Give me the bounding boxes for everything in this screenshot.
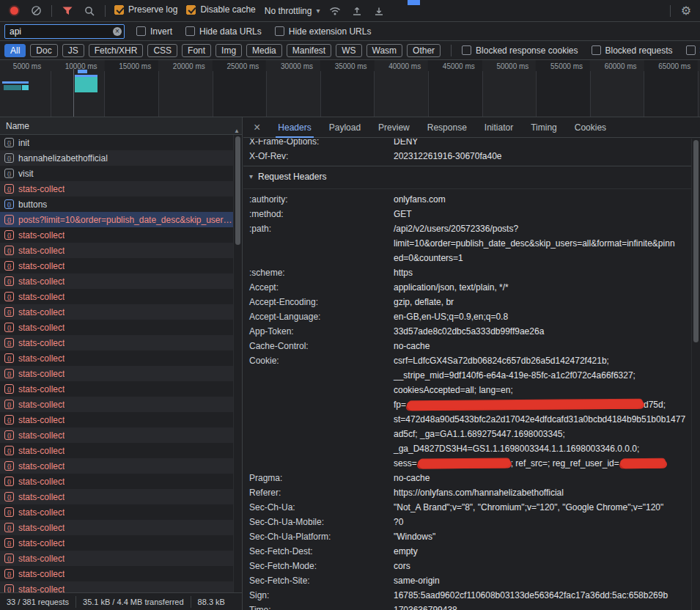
header-name: Sec-Fetch-Dest: xyxy=(249,544,394,559)
request-name: stats-collect xyxy=(18,446,65,456)
request-name: stats-collect xyxy=(18,307,65,317)
clear-log-button[interactable] xyxy=(29,4,43,18)
import-arrow-icon xyxy=(352,6,362,16)
request-row[interactable]: {}visit xyxy=(0,166,233,181)
record-button[interactable] xyxy=(7,4,21,18)
request-row[interactable]: {}stats-collect xyxy=(0,427,233,443)
filter-chip-doc[interactable]: Doc xyxy=(30,44,57,57)
script-icon: {} xyxy=(4,477,14,486)
scrollbar-thumb[interactable] xyxy=(693,140,699,342)
name-column-header[interactable]: Name ▲ xyxy=(0,117,242,135)
filter-chip-other[interactable]: Other xyxy=(407,44,441,57)
header-row: Time:1703636799438 xyxy=(249,603,691,610)
filter-checkbox-hide-extension-urls[interactable]: Hide extension URLs xyxy=(275,26,372,37)
request-row[interactable]: {}stats-collect xyxy=(0,289,233,304)
request-name: stats-collect xyxy=(18,415,65,425)
filter-checkbox-3rd-party-requests[interactable]: 3rd-party requests xyxy=(686,45,700,56)
filter-input[interactable] xyxy=(5,26,106,37)
filter-chip-js[interactable]: JS xyxy=(62,44,84,57)
request-row[interactable]: {}stats-collect xyxy=(0,366,233,381)
filter-chip-img[interactable]: Img xyxy=(215,44,242,57)
request-row[interactable]: {}stats-collect xyxy=(0,243,233,258)
request-row[interactable]: {}stats-collect xyxy=(0,320,233,335)
filter-chip-ws[interactable]: WS xyxy=(336,44,361,57)
filter-chip-wasm[interactable]: Wasm xyxy=(366,44,403,57)
request-row[interactable]: {}init xyxy=(0,135,233,150)
filter-checkbox-invert[interactable]: Invert xyxy=(136,26,172,37)
request-details-panel: × HeadersPayloadPreviewResponseInitiator… xyxy=(243,117,700,610)
request-row[interactable]: {}stats-collect xyxy=(0,551,233,566)
overview-strip[interactable]: 5000 ms10000 ms15000 ms20000 ms25000 ms3… xyxy=(0,60,700,117)
close-icon[interactable]: × xyxy=(254,121,260,134)
filter-chip-font[interactable]: Font xyxy=(182,44,211,57)
filter-chip-media[interactable]: Media xyxy=(246,44,282,57)
request-row[interactable]: {}stats-collect xyxy=(0,273,233,289)
filter-chip-all[interactable]: All xyxy=(4,44,26,57)
filter-checkbox-blocked-requests[interactable]: Blocked requests xyxy=(592,45,673,56)
section-title: Request Headers xyxy=(258,172,326,182)
filter-chip-css[interactable]: CSS xyxy=(147,44,177,57)
header-value: cors xyxy=(394,559,691,573)
request-row[interactable]: {}stats-collect xyxy=(0,474,233,489)
timeline-gridline xyxy=(482,71,483,117)
scrollbar-thumb[interactable] xyxy=(235,136,240,245)
request-row[interactable]: {}stats-collect xyxy=(0,504,233,520)
throttling-select[interactable]: No throttling ▾ xyxy=(265,6,320,16)
waterfall-bar xyxy=(22,85,29,90)
request-row[interactable]: {}stats-collect xyxy=(0,443,233,458)
request-row[interactable]: {}posts?limit=10&order=publish_date_desc… xyxy=(0,212,233,227)
request-row[interactable]: {}stats-collect xyxy=(0,489,233,504)
request-row[interactable]: {}stats-collect xyxy=(0,412,233,427)
tab-payload[interactable]: Payload xyxy=(329,117,361,138)
request-row[interactable]: {}stats-collect xyxy=(0,520,233,535)
request-list-scrollbar[interactable] xyxy=(233,135,242,592)
request-row[interactable]: {}stats-collect xyxy=(0,397,233,412)
timeline-gridline xyxy=(51,71,51,117)
request-row[interactable]: {}stats-collect xyxy=(0,581,233,592)
request-name: stats-collect xyxy=(18,461,65,471)
selected-time-marker xyxy=(73,69,74,117)
request-row[interactable]: {}stats-collect xyxy=(0,535,233,551)
request-headers-section-header[interactable]: ▾ Request Headers xyxy=(249,166,691,186)
filter-toggle-button[interactable] xyxy=(61,4,74,18)
request-row[interactable]: {}buttons xyxy=(0,196,233,212)
network-conditions-button[interactable] xyxy=(328,4,342,18)
search-button[interactable] xyxy=(83,4,96,18)
preserve-log-checkbox[interactable]: Preserve log xyxy=(114,4,177,15)
tab-headers[interactable]: Headers xyxy=(278,117,311,138)
disable-cache-checkbox[interactable]: Disable cache xyxy=(186,4,255,15)
request-row[interactable]: {}stats-collect xyxy=(0,381,233,397)
request-name: stats-collect xyxy=(18,400,65,410)
filter-checkbox-hide-data-urls[interactable]: Hide data URLs xyxy=(185,26,262,37)
import-har-button[interactable] xyxy=(350,4,364,18)
request-row[interactable]: {}stats-collect xyxy=(0,304,233,320)
details-scrollbar[interactable] xyxy=(691,139,700,610)
request-row[interactable]: {}stats-collect xyxy=(0,181,233,196)
header-name: Referer: xyxy=(249,485,394,500)
tab-timing[interactable]: Timing xyxy=(531,117,557,138)
header-value: application/json, text/plain, */* xyxy=(394,280,691,295)
request-row[interactable]: {}hannahelizabethofficial xyxy=(0,150,233,166)
filter-checkbox-blocked-response-cookies[interactable]: Blocked response cookies xyxy=(462,45,578,56)
export-har-button[interactable] xyxy=(372,4,386,18)
request-row[interactable]: {}stats-collect xyxy=(0,227,233,243)
tab-initiator[interactable]: Initiator xyxy=(485,117,513,138)
timeline-gridline xyxy=(428,71,429,117)
filter-chip-manifest[interactable]: Manifest xyxy=(287,44,331,57)
tab-preview[interactable]: Preview xyxy=(378,117,410,138)
tab-cookies[interactable]: Cookies xyxy=(575,117,606,138)
clear-filter-icon[interactable]: × xyxy=(113,27,122,36)
request-row[interactable]: {}stats-collect xyxy=(0,566,233,581)
timeline-tick-label: 65000 ms xyxy=(658,62,690,70)
tab-response[interactable]: Response xyxy=(427,117,467,138)
request-name: stats-collect xyxy=(18,184,65,194)
filter-chip-fetch-xhr[interactable]: Fetch/XHR xyxy=(89,44,144,57)
header-value: empty xyxy=(394,544,691,559)
request-row[interactable]: {}stats-collect xyxy=(0,258,233,273)
request-row[interactable]: {}stats-collect xyxy=(0,350,233,366)
settings-button[interactable]: ⚙ xyxy=(679,4,693,18)
requests-count: 33 / 381 requests xyxy=(0,596,76,608)
request-row[interactable]: {}stats-collect xyxy=(0,458,233,474)
header-row: Cache-Control:no-cache xyxy=(249,339,691,353)
request-row[interactable]: {}stats-collect xyxy=(0,335,233,350)
